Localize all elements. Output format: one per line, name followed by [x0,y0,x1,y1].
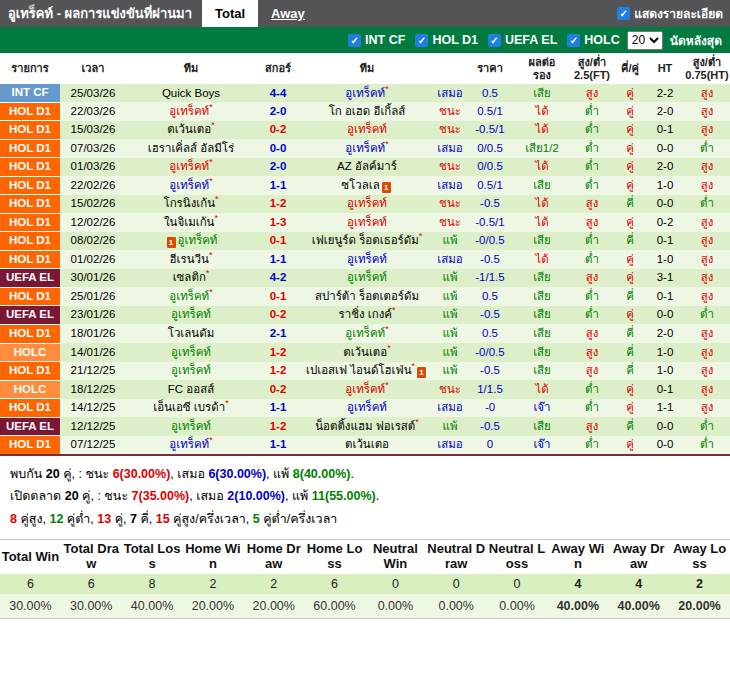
full-time-score: 4-2 [256,269,300,288]
over-under-ht: ต่ำ [684,436,730,455]
checkbox-checked-icon[interactable]: ✓ [348,34,361,47]
over-under-ft: ต่ำ [570,232,614,251]
competition-badge: HOL D1 [0,102,60,121]
stats-header: Home Loss [304,540,365,574]
competition-filters: ✓INT CF✓HOL D1✓UEFA EL✓HOLC [348,33,620,47]
half-time-score: 2-0 [646,324,684,343]
red-card-icon: 1 [382,182,391,193]
over-under-ht: สูง [684,213,730,232]
checkbox-checked-icon[interactable]: ✓ [488,34,501,47]
competition-badge: INT CF [0,84,60,102]
favorite-asterisk: * [211,120,215,130]
match-row: UEFA EL30/01/26เซลติก*4-2อูเทร็คท์แพ้-1/… [0,269,730,288]
home-team-cell: อูเทร็คท์* [126,436,256,455]
competition-filter-int-cf[interactable]: ✓INT CF [348,33,405,47]
over-under-ht: สูง [684,399,730,418]
summary-segment: , เสมอ [170,467,208,481]
match-count-select[interactable]: 20 [627,31,663,50]
summary-segment: 12 [49,512,63,526]
away-team-cell: อูเทร็คท์ [300,269,434,288]
stats-percent: 20.00% [243,594,304,619]
checkbox-checked-icon[interactable]: ✓ [617,7,630,20]
over-under-ft: ต่ำ [570,176,614,195]
stats-count: 6 [0,574,61,594]
home-team-cell: ฮีเรนวีน* [126,250,256,269]
competition-filter-holc[interactable]: ✓HOLC [567,33,619,47]
favorite-asterisk: * [387,343,391,353]
away-team-cell: อูเทร็คท์ [300,250,434,269]
away-team-cell: ตเว้นเตอ* [300,343,434,362]
away-team-name: อูเทร็คท์ [347,216,387,228]
competition-badge: HOL D1 [0,324,60,343]
home-team-name: อูเทร็คท์ [169,160,209,172]
show-detail-toggle[interactable]: ✓ แสดงรายละเอียด [617,0,730,27]
away-team-name: อูเทร็คท์ [347,123,387,135]
full-time-score: 1-3 [256,213,300,232]
competition-filter-hol-d1[interactable]: ✓HOL D1 [415,33,478,47]
summary-segment: คู่, [111,512,130,526]
over-under-ht: สูง [684,380,730,399]
over-under-ft: ต่ำ [570,380,614,399]
favorite-asterisk: * [206,269,210,279]
competition-badge: HOL D1 [0,213,60,232]
tab-total[interactable]: Total [202,0,258,27]
stats-header: Total Win [0,540,61,574]
home-team-name: ตเว้นเตอ [167,123,211,135]
match-date: 30/01/26 [60,269,126,288]
match-result: แพ้ [434,269,466,288]
home-team-cell: โวเลนดัม [126,324,256,343]
stats-percent: 60.00% [304,594,365,619]
column-header: สกอร์ [256,53,300,84]
over-under-ft: ต่ำ [570,158,614,177]
over-under-ht: สูง [684,250,730,269]
away-team-cell: อูเทร็คท์* [300,380,434,399]
full-time-score: 1-1 [256,399,300,418]
over-under-ht: สูง [684,176,730,195]
match-date: 22/03/26 [60,102,126,121]
handicap-price: -0/0.5 [466,232,514,251]
home-team-cell: โกรนิงเก้น* [126,195,256,214]
match-date: 08/02/26 [60,232,126,251]
handicap-price: 0 [466,436,514,455]
full-time-score: 1-2 [256,417,300,436]
stats-header: Neutral Draw [426,540,487,574]
stats-count: 4 [608,574,669,594]
home-team-name: อูเทร็คท์ [178,234,218,246]
competition-badge: UEFA EL [0,306,60,325]
stats-header: Away Win [547,540,608,574]
away-team-cell: อูเทร็คท์ [300,195,434,214]
match-date: 15/03/26 [60,121,126,140]
away-team-name: อูเทร็คท์ [347,401,387,413]
match-date: 23/01/26 [60,306,126,325]
away-team-name: อูเทร็คท์ [347,271,387,283]
stats-percent: 40.00% [608,594,669,619]
over-under-ht: สูง [684,287,730,306]
competition-badge: HOL D1 [0,250,60,269]
home-team-cell: อูเทร็คท์* [126,287,256,306]
checkbox-checked-icon[interactable]: ✓ [567,34,580,47]
odd-even-result: คู่ [614,399,646,418]
match-row: INT CF25/03/26Quick Boys4-4อูเทร็คท์*เสม… [0,84,730,102]
away-team-name: ซโวลเล [341,179,379,191]
competition-filter-uefa-el[interactable]: ✓UEFA EL [488,33,557,47]
odd-even-result: คู่ [614,102,646,121]
column-header: ทีม [126,53,256,84]
stats-header: Neutral Loss [487,540,548,574]
favorite-asterisk: * [385,84,389,94]
match-row: HOL D112/02/26ในจิเมเก้น*1-3อูเทร็คท์ชนะ… [0,213,730,232]
handicap-price: 0/0.5 [466,139,514,158]
home-team-cell: อูเทร็คท์ [126,362,256,381]
over-under-ft: ต่ำ [570,121,614,140]
away-team-cell: สปาร์ต้า ร็อตเตอร์ดัม [300,287,434,306]
checkbox-checked-icon[interactable]: ✓ [415,34,428,47]
summary-segment: คู่, : ชนะ [79,489,132,503]
stats-count: 6 [61,574,122,594]
match-row: HOL D114/12/25เอ็นเอซี เบรด้า*1-1อูเทร็ค… [0,399,730,418]
tab-away[interactable]: Away [258,0,318,27]
half-time-score: 0-0 [646,195,684,214]
match-result: แพ้ [434,343,466,362]
half-time-score: 1-0 [646,362,684,381]
away-team-name: อูเทร็คท์ [345,142,385,154]
away-team-cell: ตเว้นเตอ [300,436,434,455]
handicap-price: 1/1.5 [466,380,514,399]
